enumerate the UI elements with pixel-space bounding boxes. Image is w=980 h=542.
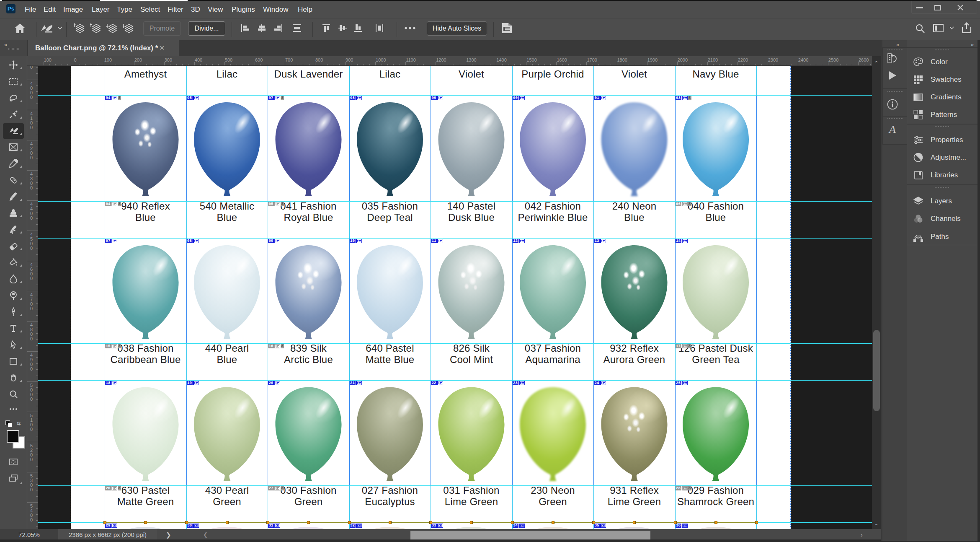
svg-text:A: A: [888, 124, 896, 135]
